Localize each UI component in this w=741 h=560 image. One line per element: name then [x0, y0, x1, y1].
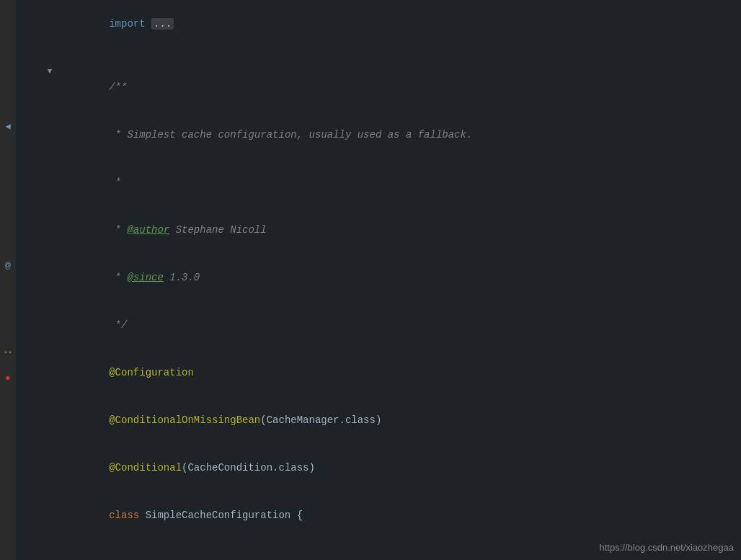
- code-line: private final CacheProperties cachePrope…: [16, 555, 741, 560]
- sidebar-icon-arrow[interactable]: ◀: [5, 121, 10, 132]
- punc: (: [260, 414, 266, 426]
- punc: .class): [272, 462, 315, 474]
- line-content: [55, 48, 741, 63]
- line-content: * @since 1.3.0: [55, 254, 741, 301]
- keyword: class: [109, 510, 145, 521]
- code-line: @Conditional(CacheCondition.class): [16, 444, 741, 492]
- line-content: @Configuration: [55, 349, 741, 396]
- comment: Stephane Nicoll: [169, 224, 266, 236]
- code-line: * @author Stephane Nicoll: [16, 206, 741, 254]
- annotation: @ConditionalOnMissingBean: [109, 414, 260, 426]
- line-content: private final CacheProperties cachePrope…: [55, 555, 741, 560]
- comment: *: [109, 272, 127, 283]
- comment: /**: [109, 81, 127, 93]
- comment: *: [109, 224, 127, 236]
- code-line: @Configuration: [16, 349, 741, 396]
- sidebar-icon-blocks[interactable]: ▪▪: [4, 349, 12, 357]
- code-line: * @since 1.3.0: [16, 254, 741, 301]
- code-line: import ...: [16, 0, 741, 48]
- javadoc-tag: @since: [127, 272, 163, 283]
- line-content: * Simplest cache configuration, usually …: [55, 111, 741, 159]
- line-content: class SimpleCacheConfiguration {: [55, 492, 741, 539]
- line-content: /**: [55, 63, 741, 111]
- line-content: @ConditionalOnMissingBean(CacheManager.c…: [55, 396, 741, 444]
- code-line: class SimpleCacheConfiguration {: [16, 492, 741, 539]
- javadoc-tag: @author: [127, 224, 169, 236]
- line-content: import ...: [55, 0, 741, 48]
- code-line: @ConditionalOnMissingBean(CacheManager.c…: [16, 396, 741, 444]
- url-watermark: https://blog.csdn.net/xiaozhegaa: [600, 542, 734, 553]
- code-line: [16, 48, 741, 63]
- punc: .class): [340, 414, 382, 426]
- comment: *: [109, 177, 121, 188]
- class-name: SimpleCacheConfiguration: [146, 510, 297, 521]
- annotation: @Conditional: [109, 462, 182, 474]
- sidebar-icon-at[interactable]: @: [5, 260, 11, 271]
- line-content: * @author Stephane Nicoll: [55, 206, 741, 254]
- comment: 1.3.0: [164, 272, 200, 283]
- fold-icon[interactable]: ▼: [45, 63, 55, 79]
- code-line: */: [16, 301, 741, 349]
- comment: configuration, usually used as a fallbac…: [212, 129, 472, 141]
- left-sidebar: ◀ @ ▪▪ ●: [0, 0, 16, 560]
- comment: */: [109, 319, 127, 331]
- annotation: @Configuration: [109, 367, 194, 378]
- code-content: import ... ▼ /** * Simplest cache config…: [16, 0, 741, 560]
- code-line: * Simplest cache configuration, usually …: [16, 111, 741, 159]
- sidebar-icon-fruit[interactable]: ●: [5, 373, 11, 383]
- import-ellipsis: ...: [151, 18, 174, 30]
- cache-word: cache: [182, 129, 212, 141]
- line-content: @Conditional(CacheCondition.class): [55, 444, 741, 492]
- line-content: *: [55, 159, 741, 206]
- keyword: import: [109, 18, 151, 30]
- type: CacheCondition: [187, 462, 272, 474]
- line-content: */: [55, 301, 741, 349]
- code-line: *: [16, 159, 741, 206]
- code-editor: ◀ @ ▪▪ ● import ... ▼ /**: [0, 0, 741, 560]
- comment: * Simplest: [109, 129, 182, 141]
- punc: {: [297, 510, 303, 521]
- code-line: ▼ /**: [16, 63, 741, 111]
- type: CacheManager: [267, 414, 340, 426]
